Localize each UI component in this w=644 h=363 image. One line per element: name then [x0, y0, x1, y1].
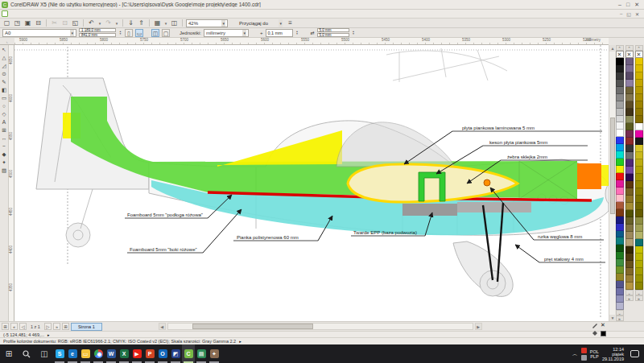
zoom-tool-icon[interactable]: ⊙ [1, 70, 8, 78]
open-icon[interactable]: ◳ [13, 19, 22, 27]
epp-gear-base[interactable] [402, 204, 457, 216]
palette-color-swatch[interactable] [616, 274, 624, 281]
palette-color-swatch[interactable] [616, 65, 624, 72]
hscroll-left-icon[interactable]: ◀ [159, 323, 166, 330]
palette-color-swatch[interactable] [625, 275, 634, 283]
callout-pret[interactable]: pręt stalowy 4 mm [515, 245, 605, 262]
palette-color-swatch[interactable] [625, 261, 634, 268]
palette-color-swatch[interactable] [616, 281, 624, 288]
nudge-stepper[interactable]: ▲▼ [295, 31, 299, 35]
palette-color-swatch[interactable] [625, 196, 634, 203]
turtle-deck-yellow[interactable] [217, 130, 342, 167]
palette-color-swatch[interactable] [616, 87, 624, 94]
horizontal-ruler[interactable]: 5900585058005750570056505600555055005450… [14, 38, 609, 45]
nose-yellow-strip[interactable] [601, 165, 609, 186]
eyedropper-tool-icon[interactable]: ✦ [1, 159, 8, 167]
crop-tool-icon[interactable]: ◿ [1, 62, 8, 70]
taskbar-app-chrome[interactable] [92, 344, 105, 363]
single-page-button[interactable]: ▢ [162, 29, 170, 37]
palette-color-swatch[interactable] [635, 210, 643, 217]
palette-color-swatch[interactable] [616, 180, 624, 188]
mail-tray-icon[interactable] [581, 348, 587, 353]
palette-color-swatch[interactable] [635, 254, 643, 261]
palette-color-swatch[interactable] [625, 210, 634, 217]
chevron-down-icon[interactable]: ▾ [242, 30, 246, 36]
palette-color-swatch[interactable] [635, 239, 643, 246]
redo-dropdown-icon[interactable]: ▾ [114, 19, 119, 27]
add-page-button-2[interactable]: ⊞ [62, 323, 69, 330]
palette-color-swatch[interactable] [625, 72, 634, 80]
palette-scroll-down-icon[interactable]: ⌄ [635, 290, 643, 295]
options-icon[interactable]: ≡ [286, 19, 295, 27]
paper-size-combo[interactable]: A0 ▾ [2, 29, 76, 37]
nudge-field[interactable]: 0,1 mm [266, 29, 293, 37]
palette-color-swatch[interactable] [635, 159, 643, 167]
palette-scroll-down-icon[interactable]: ⌄ [625, 290, 634, 295]
no-color-swatch[interactable]: ✕ [625, 51, 634, 58]
interactive-fill-tool-icon[interactable]: ▨ [1, 167, 8, 175]
palette-color-swatch[interactable] [635, 101, 643, 109]
palette-color-swatch[interactable] [616, 295, 624, 303]
palette-color-swatch[interactable] [635, 181, 643, 188]
palette-color-swatch[interactable] [625, 138, 634, 145]
palette-scroll-down-icon[interactable]: ⌄ [616, 310, 624, 316]
palette-color-swatch[interactable] [625, 188, 634, 196]
palette-color-swatch[interactable] [635, 283, 643, 290]
palette-color-swatch[interactable] [635, 94, 643, 101]
new-document-icon[interactable]: ▢ [2, 19, 11, 27]
palette-color-swatch[interactable] [635, 138, 643, 145]
chevron-down-icon[interactable]: ▾ [70, 30, 74, 36]
palette-color-swatch[interactable] [625, 101, 634, 109]
palette-color-swatch[interactable] [616, 217, 624, 224]
palette-color-swatch[interactable] [616, 137, 624, 144]
duplicate-y-field[interactable]: 5,0 mm [317, 33, 349, 37]
palette-color-swatch[interactable] [635, 65, 643, 72]
nose-orange-block[interactable] [577, 163, 601, 189]
shape-tool-icon[interactable]: △ [1, 54, 8, 62]
palette-color-swatch[interactable] [625, 246, 634, 254]
taskbar-clock[interactable]: 12:14 piątek 29.11.2019 [602, 347, 624, 361]
page-tab-strona-1[interactable]: Strona 1 [71, 323, 102, 331]
palette-color-swatch[interactable] [635, 123, 643, 130]
palette-color-swatch[interactable] [616, 122, 624, 130]
palette-color-swatch[interactable] [625, 232, 634, 239]
basic-shapes-tool-icon[interactable]: ◆ [1, 151, 8, 159]
save-icon[interactable]: ▣ [23, 19, 32, 27]
pick-tool-icon[interactable]: ↖ [1, 46, 8, 54]
palette-color-swatch[interactable] [625, 94, 634, 101]
zoom-level-combo[interactable]: 42% ▾ [186, 19, 228, 27]
expand-marker-icon[interactable]: ▸ [239, 339, 242, 344]
palette-color-swatch[interactable] [616, 159, 624, 166]
palette-color-swatch[interactable] [616, 288, 624, 295]
paper-height-field[interactable]: 841,0 mm [79, 33, 116, 37]
palette-color-swatch[interactable] [616, 101, 624, 109]
taskbar-app-coreldraw[interactable]: C [182, 344, 195, 363]
language-indicator[interactable]: POL PLP [590, 349, 599, 359]
taskbar-app-outlook[interactable]: O [156, 344, 169, 363]
palette-color-swatch[interactable] [616, 188, 624, 195]
add-page-button[interactable]: ⊞ [2, 323, 9, 330]
taskbar-app-gimp[interactable]: ✦ [208, 344, 221, 363]
minimize-button[interactable]: – [618, 2, 621, 8]
duplicate-x-field[interactable]: 5,0 mm [317, 28, 349, 32]
taskbar-app-word[interactable]: W [105, 344, 118, 363]
palette-color-swatch[interactable] [635, 87, 643, 94]
doc-restore-button[interactable]: ◱ [626, 11, 631, 17]
landscape-button[interactable]: ▭ [135, 29, 143, 37]
dimension-tool-icon[interactable]: ↔ [1, 134, 8, 142]
palette-color-swatch[interactable] [616, 116, 624, 123]
chevron-down-icon[interactable]: ▾ [221, 20, 225, 27]
palette-color-swatch[interactable] [635, 232, 643, 239]
palette-color-swatch[interactable] [635, 225, 643, 232]
undo-dropdown-icon[interactable]: ▾ [97, 19, 102, 27]
palette-color-swatch[interactable] [616, 144, 624, 151]
hscroll-right-icon[interactable]: ▶ [475, 323, 482, 330]
palette-color-swatch[interactable] [635, 130, 643, 138]
palette-color-swatch[interactable] [616, 245, 624, 252]
taskbar-app-edge[interactable]: e [66, 344, 79, 363]
horizontal-scrollbar[interactable] [167, 323, 473, 330]
expand-marker-icon[interactable]: ▸ [47, 332, 50, 337]
palette-color-swatch[interactable] [635, 116, 643, 123]
previous-page-button[interactable]: ◁ [19, 323, 27, 330]
carbon-tube-dot[interactable] [484, 179, 490, 186]
